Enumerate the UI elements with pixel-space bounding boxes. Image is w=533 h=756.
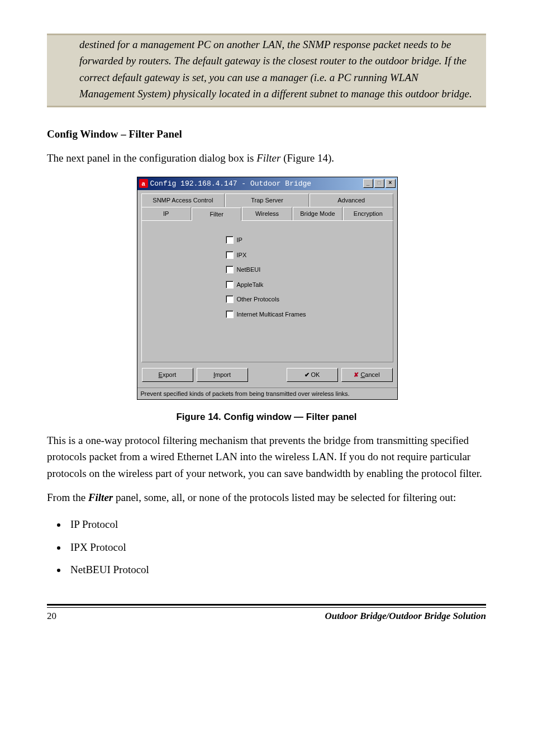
right-buttons: ✔OK ✘Cancel xyxy=(287,368,393,382)
intro-paragraph: The next panel in the configuration dial… xyxy=(47,150,486,166)
checkbox-netbeui[interactable]: NetBEUI xyxy=(226,265,387,275)
window-title: Config 192.168.4.147 - Outdoor Bridge xyxy=(150,178,312,190)
list-item: IP Protocol xyxy=(67,513,486,536)
tab-row-back: SNMP Access Control Trap Server Advanced xyxy=(141,193,393,207)
checkbox-ip[interactable]: IP xyxy=(226,235,387,245)
section-heading: Config Window – Filter Panel xyxy=(47,126,486,143)
tab-bridge-mode[interactable]: Bridge Mode xyxy=(293,207,342,221)
para3-prefix: From the xyxy=(47,492,88,503)
checkbox-box-icon xyxy=(226,266,234,273)
ok-label: OK xyxy=(311,371,320,378)
intro-em: Filter xyxy=(256,152,280,164)
checkbox-box-icon xyxy=(226,281,234,289)
panel-body: IP IPX NetBEUI AppleTalk Other Protocols… xyxy=(141,220,393,362)
window-controls: _ □ × xyxy=(363,179,396,188)
checkbox-label: NetBEUI xyxy=(237,265,261,275)
close-button[interactable]: × xyxy=(386,179,396,188)
dialog-window: a Config 192.168.4.147 - Outdoor Bridge … xyxy=(137,177,398,400)
app-icon: a xyxy=(139,179,148,188)
checkbox-box-icon xyxy=(226,295,234,303)
titlebar-left: a Config 192.168.4.147 - Outdoor Bridge xyxy=(139,178,312,190)
intro-prefix: The next panel in the configuration dial… xyxy=(47,152,256,164)
tab-filter[interactable]: Filter xyxy=(192,207,241,221)
list-item: NetBEUI Protocol xyxy=(67,559,486,582)
para3-suffix: panel, some, all, or none of the protoco… xyxy=(113,492,456,503)
export-button[interactable]: Export xyxy=(142,368,193,382)
button-row: Export Import ✔OK ✘Cancel xyxy=(137,362,397,388)
intro-suffix: (Figure 14). xyxy=(280,152,334,164)
checkbox-label: IPX xyxy=(237,251,247,260)
page-footer: 20 Outdoor Bridge/Outdoor Bridge Solutio… xyxy=(47,604,486,623)
import-button[interactable]: Import xyxy=(197,368,248,382)
tabs-area: SNMP Access Control Trap Server Advanced… xyxy=(137,190,397,362)
tab-advanced[interactable]: Advanced xyxy=(310,193,393,207)
maximize-button: □ xyxy=(374,179,384,188)
check-icon: ✔ xyxy=(304,371,310,378)
para3-em: Filter xyxy=(88,492,113,503)
x-icon: ✘ xyxy=(354,371,359,378)
cancel-button[interactable]: ✘Cancel xyxy=(341,368,393,382)
checkbox-appletalk[interactable]: AppleTalk xyxy=(226,280,387,290)
bullet-list: IP Protocol IPX Protocol NetBEUI Protoco… xyxy=(47,513,486,582)
figure-caption: Figure 14. Config window — Filter panel xyxy=(47,410,486,424)
checkbox-label: AppleTalk xyxy=(237,280,264,290)
statusbar: Prevent specified kinds of packets from … xyxy=(137,388,397,400)
checkbox-box-icon xyxy=(226,310,234,318)
page-number: 20 xyxy=(47,609,56,623)
tab-ip[interactable]: IP xyxy=(141,207,191,221)
note-box: destined for a management PC on another … xyxy=(47,34,486,107)
para-3: From the Filter panel, some, all, or non… xyxy=(47,489,486,505)
checkbox-internet-multicast[interactable]: Internet Multicast Frames xyxy=(226,310,387,319)
ok-button[interactable]: ✔OK xyxy=(287,368,338,382)
tab-row-front: IP Filter Wireless Bridge Mode Encryptio… xyxy=(141,207,393,221)
left-buttons: Export Import xyxy=(142,368,248,382)
checkbox-ipx[interactable]: IPX xyxy=(226,251,387,260)
tab-encryption[interactable]: Encryption xyxy=(343,207,393,221)
minimize-button[interactable]: _ xyxy=(363,179,373,188)
screenshot: a Config 192.168.4.147 - Outdoor Bridge … xyxy=(137,177,397,400)
checkbox-box-icon xyxy=(226,236,234,244)
checkbox-box-icon xyxy=(226,251,234,259)
doc-title: Outdoor Bridge/Outdoor Bridge Solution xyxy=(325,609,486,623)
tab-snmp[interactable]: SNMP Access Control xyxy=(141,193,225,207)
para-2: This is a one-way protocol filtering mec… xyxy=(47,432,486,481)
checkbox-label: Internet Multicast Frames xyxy=(237,310,306,319)
tab-trap-server[interactable]: Trap Server xyxy=(225,193,309,207)
checkbox-label: Other Protocols xyxy=(237,295,279,304)
tab-wireless[interactable]: Wireless xyxy=(242,207,292,221)
checkbox-label: IP xyxy=(237,235,242,245)
titlebar: a Config 192.168.4.147 - Outdoor Bridge … xyxy=(137,177,397,191)
list-item: IPX Protocol xyxy=(67,536,486,559)
note-text: destined for a management PC on another … xyxy=(79,36,475,102)
checkbox-other-protocols[interactable]: Other Protocols xyxy=(226,295,387,304)
